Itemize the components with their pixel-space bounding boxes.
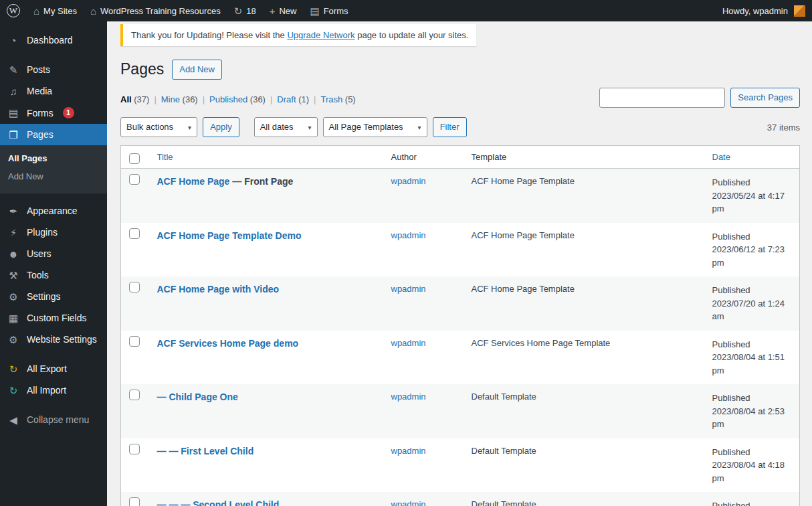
my-account-menu[interactable]: Howdy, wpadmin	[716, 0, 812, 21]
collapse-menu-button[interactable]: ◀Collapse menu	[0, 409, 107, 430]
table-row: — Child Page One wpadmin Default Templat…	[121, 384, 800, 438]
page-title-link[interactable]: — — — Second Level Child	[157, 499, 280, 506]
dates-filter-select[interactable]: All dates▾	[254, 117, 318, 137]
avatar	[794, 5, 805, 17]
template-name: Default Template	[465, 492, 706, 506]
sidebar-item-pages[interactable]: ❐Pages	[0, 124, 107, 145]
apply-button[interactable]: Apply	[203, 117, 239, 137]
sidebar-item-label: Users	[27, 248, 52, 259]
publish-date: 2023/08/04 at 1:51 pm	[712, 352, 785, 375]
page-title-link[interactable]: ACF Services Home Page demo	[157, 338, 299, 349]
submenu-add-new[interactable]: Add New	[0, 167, 107, 185]
author-link[interactable]: wpadmin	[391, 392, 426, 402]
my-sites-menu[interactable]: ⌂My Sites	[27, 0, 84, 21]
admin-sidebar: ◔Dashboard ✎Posts ♫Media ▤Forms1 ❐Pages …	[0, 21, 107, 506]
filter-button[interactable]: Filter	[433, 117, 467, 137]
view-draft[interactable]: Draft (1)	[277, 94, 309, 104]
page-title-link[interactable]: — Child Page One	[157, 392, 238, 402]
upgrade-network-link[interactable]: Upgrade Network	[287, 30, 354, 40]
sidebar-item-label: Plugins	[27, 227, 58, 238]
sidebar-item-users[interactable]: ☻Users	[0, 243, 107, 264]
add-new-button[interactable]: Add New	[172, 60, 222, 80]
users-icon: ☻	[7, 249, 20, 259]
page-title-link[interactable]: ACF Home Page Template Demo	[157, 230, 302, 241]
main-content: Thank you for Updating! Please visit the…	[107, 0, 812, 506]
page-header: Pages Add New	[120, 60, 800, 80]
sidebar-item-all-export[interactable]: ↻All Export	[0, 358, 107, 380]
forms-label: Forms	[324, 6, 348, 16]
author-link[interactable]: wpadmin	[391, 230, 426, 240]
howdy-label: Howdy, wpadmin	[722, 6, 788, 16]
sidebar-item-posts[interactable]: ✎Posts	[0, 59, 107, 80]
row-checkbox[interactable]	[129, 282, 140, 292]
select-all-checkbox[interactable]	[129, 153, 140, 164]
view-published[interactable]: Published (36)	[209, 94, 266, 104]
forms-menu[interactable]: ▤Forms	[303, 0, 354, 21]
templates-filter-select[interactable]: All Page Templates▾	[323, 117, 427, 137]
view-all[interactable]: All (37)	[120, 94, 149, 104]
search-pages-button[interactable]: Search Pages	[730, 88, 800, 108]
author-link[interactable]: wpadmin	[391, 499, 426, 506]
sidebar-item-plugins[interactable]: ⚡Plugins	[0, 222, 107, 243]
collapse-icon: ◀	[7, 415, 20, 425]
template-name: Default Template	[465, 438, 706, 493]
search-input[interactable]	[599, 88, 725, 108]
wordpress-menu[interactable]: W	[0, 0, 27, 21]
plus-icon: +	[270, 6, 276, 16]
publish-date: 2023/08/04 at 4:18 pm	[712, 460, 785, 483]
updates-count: 18	[246, 6, 256, 16]
page-title-link[interactable]: — — First Level Child	[157, 446, 254, 456]
sort-title-header[interactable]: Title	[157, 152, 173, 162]
submenu-all-pages[interactable]: All Pages	[0, 149, 107, 167]
author-link[interactable]: wpadmin	[391, 338, 426, 348]
site-name-menu[interactable]: ⌂WordPress Training Resources	[84, 0, 227, 21]
sidebar-item-tools[interactable]: ⚒Tools	[0, 264, 107, 286]
post-state: — Front Page	[229, 176, 293, 187]
view-mine[interactable]: Mine (36)	[161, 94, 198, 104]
row-checkbox[interactable]	[129, 390, 140, 400]
page-title-link[interactable]: ACF Home Page	[157, 176, 230, 187]
sidebar-item-custom-fields[interactable]: ▦Custom Fields	[0, 307, 107, 329]
sidebar-item-label: Tools	[27, 270, 49, 280]
publish-status: Published	[712, 392, 793, 405]
sidebar-item-website-settings[interactable]: ⚙Website Settings	[0, 329, 107, 350]
updates-menu[interactable]: ↻18	[227, 0, 263, 21]
row-checkbox[interactable]	[129, 336, 140, 347]
view-trash[interactable]: Trash (5)	[320, 94, 355, 104]
views-separator: |	[270, 94, 272, 104]
sidebar-item-label: Forms	[27, 108, 54, 118]
new-content-menu[interactable]: +New	[263, 0, 304, 21]
import-icon: ↻	[7, 386, 20, 396]
row-checkbox[interactable]	[129, 444, 140, 454]
template-name: ACF Home Page Template	[465, 169, 706, 223]
table-row: ACF Services Home Page demo wpadmin ACF …	[121, 331, 800, 385]
search-box: Search Pages	[599, 88, 800, 108]
sidebar-item-forms[interactable]: ▤Forms1	[0, 102, 107, 124]
sidebar-item-settings[interactable]: ⚙Settings	[0, 286, 107, 307]
author-link[interactable]: wpadmin	[391, 446, 426, 456]
bulk-actions-select[interactable]: Bulk actions▾	[120, 117, 197, 137]
menu-separator	[0, 350, 107, 358]
row-checkbox[interactable]	[129, 174, 140, 185]
settings-icon: ⚙	[7, 292, 20, 302]
template-name: ACF Home Page Template	[465, 276, 706, 331]
author-link[interactable]: wpadmin	[391, 284, 426, 294]
views-separator: |	[203, 94, 205, 104]
sidebar-item-all-import[interactable]: ↻All Import	[0, 380, 107, 401]
page-title-link[interactable]: ACF Home Page with Video	[157, 284, 280, 294]
sidebar-item-label: All Export	[27, 363, 67, 374]
chevron-down-icon: ▾	[418, 122, 421, 133]
sidebar-item-label: Settings	[27, 291, 61, 302]
notice-text-after: page to update all your sites.	[355, 30, 469, 40]
sidebar-item-label: Media	[27, 86, 52, 96]
sidebar-item-dashboard[interactable]: ◔Dashboard	[0, 29, 107, 51]
sidebar-item-appearance[interactable]: ✒Appearance	[0, 200, 107, 222]
sidebar-item-label: Posts	[27, 64, 50, 75]
author-link[interactable]: wpadmin	[391, 176, 426, 186]
row-checkbox[interactable]	[129, 228, 140, 239]
row-checkbox[interactable]	[129, 497, 140, 506]
posts-icon: ✎	[7, 65, 20, 75]
notice-text: Thank you for Updating! Please visit the…	[131, 30, 468, 40]
sort-date-header[interactable]: Date	[712, 152, 730, 162]
sidebar-item-media[interactable]: ♫Media	[0, 80, 107, 102]
